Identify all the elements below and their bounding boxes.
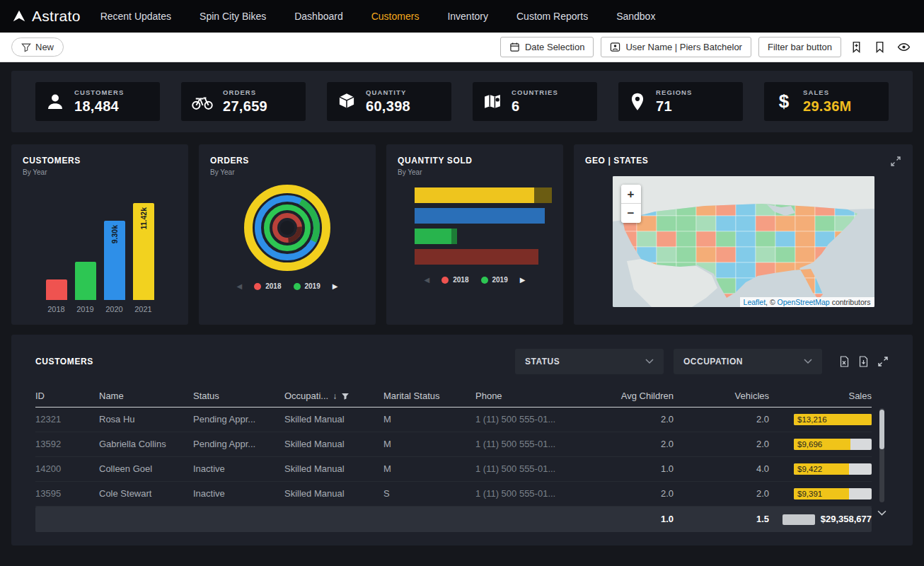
cell-phone: 1 (11) 500 555-01... bbox=[475, 482, 599, 506]
cell-avg-children: 2.0 bbox=[599, 408, 674, 432]
kpi-label: REGIONS bbox=[656, 88, 693, 96]
filter-bar-button[interactable]: Filter bar button bbox=[758, 37, 841, 57]
zoom-in-button[interactable]: + bbox=[621, 185, 641, 204]
scroll-down-icon[interactable] bbox=[877, 510, 887, 516]
orders-donut-chart[interactable] bbox=[244, 185, 330, 271]
hbar-row[interactable] bbox=[415, 229, 552, 244]
table-title: CUSTOMERS bbox=[35, 357, 93, 366]
cell-phone: 1 (11) 500 555-01... bbox=[475, 457, 599, 481]
nav-item-customers[interactable]: Customers bbox=[371, 11, 420, 22]
hbar-row[interactable] bbox=[415, 187, 552, 203]
cell-vehicles: 2.0 bbox=[674, 482, 769, 506]
legend-item-2019[interactable]: 2019 bbox=[481, 276, 508, 284]
x-tick: 2019 bbox=[75, 305, 96, 313]
cell-avg-children: 1.0 bbox=[599, 457, 674, 481]
cell-vehicles: 2.0 bbox=[674, 432, 769, 456]
map-attribution: Leaflet, © OpenStreetMap contributors bbox=[740, 297, 874, 307]
col-marital-status[interactable]: Marital Status bbox=[383, 386, 475, 407]
table-totals-row: 1.0 1.5 $29,358,677 bbox=[35, 507, 872, 532]
osm-link[interactable]: OpenStreetMap bbox=[778, 298, 830, 306]
bar-2020[interactable]: 9.30k bbox=[104, 221, 125, 300]
table-row[interactable]: 13592 Gabriella Collins Pending Appr... … bbox=[35, 432, 872, 457]
status-filter-dropdown[interactable]: STATUS bbox=[515, 349, 664, 374]
hbar-row[interactable] bbox=[415, 249, 552, 265]
nav-item-dashboard[interactable]: Dashboard bbox=[294, 11, 343, 22]
map-canvas bbox=[613, 176, 874, 307]
table-controls: STATUS OCCUPATION bbox=[515, 349, 889, 374]
chart-subtitle: By Year bbox=[398, 168, 552, 176]
nav-item-recent-updates[interactable]: Recent Updates bbox=[100, 11, 171, 22]
cell-id: 12321 bbox=[35, 408, 99, 432]
col-status[interactable]: Status bbox=[193, 386, 284, 407]
user-button[interactable]: User Name | Piers Batchelor bbox=[601, 37, 751, 57]
totals-sales-value: $29,358,677 bbox=[821, 507, 872, 532]
col-id[interactable]: ID bbox=[35, 386, 99, 407]
legend-prev-icon[interactable]: ◀ bbox=[425, 276, 430, 284]
kpi-value: 18,484 bbox=[74, 98, 124, 115]
kpi-value: 60,398 bbox=[366, 98, 410, 115]
table-scrollbar[interactable] bbox=[879, 408, 884, 502]
sort-desc-icon[interactable]: ↓ bbox=[333, 386, 337, 407]
bar-2021[interactable]: 11.42k bbox=[133, 203, 154, 300]
cell-status: Inactive bbox=[193, 457, 284, 481]
totals-sales: $29,358,677 bbox=[769, 507, 872, 532]
brand[interactable]: Astrato bbox=[11, 8, 81, 25]
col-phone[interactable]: Phone bbox=[475, 386, 599, 407]
expand-table-icon[interactable] bbox=[877, 356, 889, 367]
zoom-out-button[interactable]: − bbox=[621, 204, 641, 223]
bar-2019[interactable] bbox=[75, 262, 96, 300]
view-button[interactable] bbox=[895, 39, 913, 55]
bookmark-add-button[interactable] bbox=[848, 39, 865, 55]
bar-2018[interactable] bbox=[46, 279, 67, 300]
cell-sales: $9,391 bbox=[769, 482, 872, 506]
column-filter-icon[interactable] bbox=[341, 392, 350, 400]
scrollbar-thumb[interactable] bbox=[879, 410, 884, 449]
legend-item-2018[interactable]: 2018 bbox=[254, 282, 281, 290]
filter-icon bbox=[21, 42, 31, 52]
chart-title: QUANTITY SOLD bbox=[398, 156, 552, 166]
cell-marital: M bbox=[383, 457, 475, 481]
cell-phone: 1 (11) 500 555-01... bbox=[475, 432, 599, 456]
bookmark-button[interactable] bbox=[872, 39, 888, 55]
hbar-row[interactable] bbox=[415, 208, 552, 224]
col-sales[interactable]: Sales bbox=[769, 386, 872, 407]
occupation-filter-dropdown[interactable]: OCCUPATION bbox=[674, 349, 822, 374]
kpi-label: CUSTOMERS bbox=[74, 88, 124, 96]
kpi-countries: COUNTRIES6 bbox=[473, 82, 597, 121]
bicycle-icon bbox=[191, 93, 214, 111]
new-filter-button[interactable]: New bbox=[11, 37, 64, 57]
nav-item-spin-city-bikes[interactable]: Spin City Bikes bbox=[200, 11, 266, 22]
chevron-down-icon bbox=[645, 359, 654, 364]
kpi-label: SALES bbox=[803, 88, 852, 96]
nav-item-sandbox[interactable]: Sandbox bbox=[616, 11, 655, 22]
expand-map-button[interactable] bbox=[890, 156, 901, 169]
table-row[interactable]: 12321 Rosa Hu Pending Appr... Skilled Ma… bbox=[35, 408, 872, 432]
legend-item-2018[interactable]: 2018 bbox=[441, 276, 468, 284]
date-selection-button[interactable]: Date Selection bbox=[500, 37, 594, 57]
export-excel-icon[interactable] bbox=[839, 356, 850, 367]
table-row[interactable]: 14200 Colleen Goel Inactive Skilled Manu… bbox=[35, 457, 872, 482]
charts-row: CUSTOMERS By Year 9.30k 11.42k 2018 2019… bbox=[11, 144, 913, 325]
donut-center bbox=[280, 221, 294, 235]
legend-prev-icon[interactable]: ◀ bbox=[237, 282, 243, 290]
cell-avg-children: 2.0 bbox=[599, 432, 674, 456]
table-row[interactable]: 13595 Cole Stewart Inactive Skilled Manu… bbox=[35, 482, 872, 507]
col-name[interactable]: Name bbox=[99, 386, 193, 407]
cell-status: Pending Appr... bbox=[193, 408, 284, 432]
legend-item-2019[interactable]: 2019 bbox=[294, 282, 320, 290]
col-avg-children[interactable]: Avg Children bbox=[599, 386, 674, 407]
col-vehicles[interactable]: Vehicles bbox=[674, 386, 769, 407]
nav-item-inventory[interactable]: Inventory bbox=[447, 11, 488, 22]
us-map[interactable]: + − Leaflet, © OpenStreetMap contributor… bbox=[613, 176, 874, 307]
filter-bar-label: Filter bar button bbox=[768, 42, 832, 52]
legend-next-icon[interactable]: ▶ bbox=[520, 276, 526, 284]
cell-sales: $9,422 bbox=[769, 457, 872, 481]
export-file-icon[interactable] bbox=[858, 356, 869, 367]
customers-chart-panel: CUSTOMERS By Year 9.30k 11.42k 2018 2019… bbox=[11, 144, 188, 325]
legend-next-icon[interactable]: ▶ bbox=[333, 282, 338, 290]
cell-marital: M bbox=[383, 408, 475, 432]
leaflet-link[interactable]: Leaflet bbox=[744, 298, 766, 306]
col-occupation[interactable]: Occupati... ↓ bbox=[284, 386, 383, 407]
nav-item-custom-reports[interactable]: Custom Reports bbox=[516, 11, 588, 22]
cell-marital: M bbox=[383, 432, 475, 456]
